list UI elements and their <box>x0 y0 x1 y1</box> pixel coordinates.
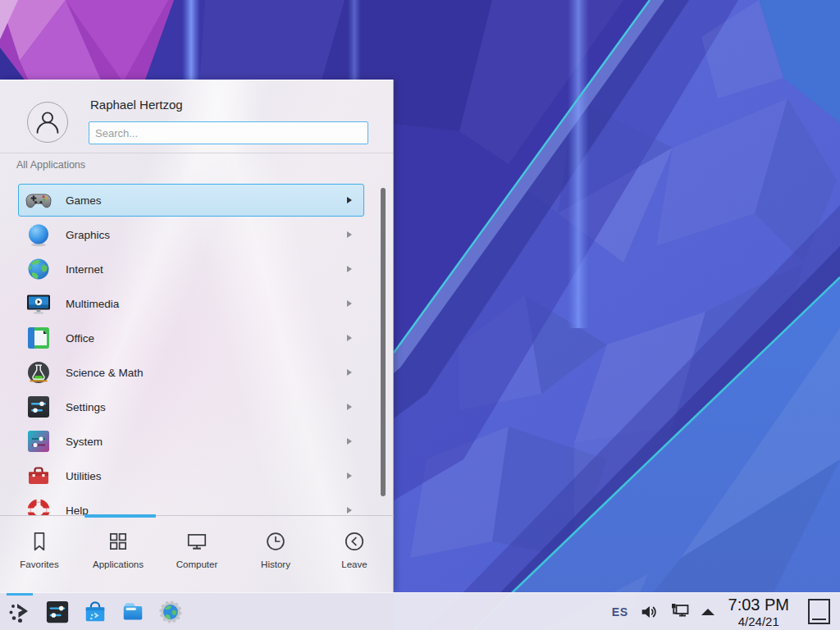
settings-icon <box>25 394 52 420</box>
tab-label: History <box>261 559 290 569</box>
submenu-arrow-icon <box>347 266 352 272</box>
category-row-graphics[interactable]: Graphics <box>18 218 364 251</box>
utilities-icon <box>25 463 52 489</box>
application-category-list: Games Graphics <box>0 184 394 515</box>
expand-tray-icon[interactable] <box>701 609 714 615</box>
internet-icon <box>25 256 52 282</box>
office-icon <box>25 325 52 351</box>
category-row-help[interactable]: Help <box>18 494 364 515</box>
user-icon <box>31 106 64 139</box>
search-input[interactable] <box>89 121 368 144</box>
application-launcher-menu: Raphael Hertzog All Applications Games <box>0 80 394 592</box>
file-manager-icon <box>121 600 145 624</box>
submenu-arrow-icon <box>347 438 352 445</box>
system-tray: ES 7:03 PM 4/24/21 <box>612 596 833 628</box>
submenu-arrow-icon <box>347 404 352 410</box>
tab-favorites[interactable]: Favorites <box>0 516 79 593</box>
discover-icon <box>83 600 107 624</box>
submenu-arrow-icon <box>347 300 352 307</box>
application-launcher-icon <box>7 599 33 625</box>
computer-icon <box>185 529 209 554</box>
active-tab-indicator <box>84 514 156 518</box>
menu-header: Raphael Hertzog <box>0 80 393 153</box>
category-label: Settings <box>66 401 347 413</box>
category-label: System <box>66 436 347 448</box>
category-label: Internet <box>66 263 347 276</box>
science-math-icon <box>25 359 52 386</box>
tab-computer[interactable]: Computer <box>158 516 236 593</box>
category-row-system[interactable]: System <box>18 425 364 458</box>
system-settings-icon <box>45 600 70 624</box>
taskbar: ES 7:03 PM 4/24/21 <box>0 592 840 630</box>
system-settings-launcher[interactable] <box>44 599 71 625</box>
network-icon[interactable] <box>669 601 691 623</box>
section-label: All Applications <box>16 159 85 171</box>
tab-label: Leave <box>341 559 367 569</box>
tab-applications[interactable]: Applications <box>79 516 158 593</box>
leave-icon <box>342 529 367 554</box>
keyboard-layout-indicator[interactable]: ES <box>612 605 628 619</box>
tab-label: Computer <box>176 559 218 569</box>
digital-clock[interactable]: 7:03 PM 4/24/21 <box>728 596 789 628</box>
category-label: Graphics <box>66 229 347 241</box>
games-icon <box>25 187 52 213</box>
tab-leave[interactable]: Leave <box>315 516 394 593</box>
category-label: Utilities <box>66 470 347 482</box>
show-desktop-button[interactable] <box>808 599 830 624</box>
tab-label: Favorites <box>20 559 58 569</box>
menu-tab-bar: Favorites Applications Co <box>0 515 394 593</box>
history-icon <box>263 529 288 554</box>
category-row-multimedia[interactable]: Multimedia <box>18 287 364 320</box>
submenu-arrow-icon <box>347 472 352 479</box>
category-label: Games <box>66 194 347 207</box>
web-browser-icon <box>158 600 183 624</box>
web-browser-launcher[interactable] <box>158 599 184 625</box>
file-manager-launcher[interactable] <box>120 599 146 625</box>
submenu-arrow-icon <box>347 335 352 341</box>
favorites-icon <box>27 529 52 554</box>
user-avatar[interactable] <box>27 102 68 143</box>
category-row-utilities[interactable]: Utilities <box>18 459 364 492</box>
applications-icon <box>106 529 130 554</box>
user-name: Raphael Hertzog <box>90 98 183 112</box>
clock-date: 4/24/21 <box>728 615 789 628</box>
submenu-arrow-icon <box>347 369 352 376</box>
category-label: Help <box>66 504 347 516</box>
category-label: Office <box>66 332 347 345</box>
category-row-games[interactable]: Games <box>18 184 364 217</box>
tab-history[interactable]: History <box>236 516 315 593</box>
submenu-arrow-icon <box>347 231 352 238</box>
show-desktop-glyph <box>812 619 826 620</box>
list-scrollbar[interactable] <box>381 188 386 496</box>
submenu-arrow-icon <box>347 197 352 203</box>
category-row-science-math[interactable]: Science & Math <box>18 356 364 389</box>
graphics-icon <box>25 221 52 248</box>
clock-time: 7:03 PM <box>728 596 789 613</box>
discover-launcher[interactable] <box>82 599 108 625</box>
category-row-office[interactable]: Office <box>18 322 364 354</box>
category-row-settings[interactable]: Settings <box>18 390 364 423</box>
help-icon <box>25 497 52 515</box>
submenu-arrow-icon <box>347 507 352 514</box>
system-icon <box>25 428 52 454</box>
application-launcher-button[interactable] <box>7 599 33 625</box>
volume-icon[interactable] <box>639 602 659 622</box>
multimedia-icon <box>25 290 52 317</box>
category-label: Multimedia <box>66 298 347 310</box>
category-row-internet[interactable]: Internet <box>18 253 364 285</box>
category-label: Science & Math <box>66 367 347 379</box>
tab-label: Applications <box>93 559 144 569</box>
